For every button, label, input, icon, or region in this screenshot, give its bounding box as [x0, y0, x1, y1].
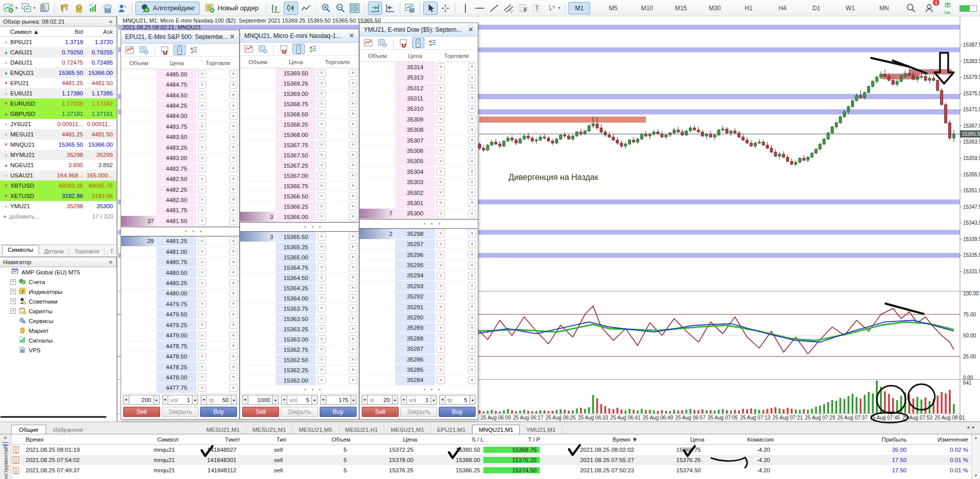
buy-chevron-button[interactable]: ˄ [229, 81, 238, 89]
timeframe-h4[interactable]: H4 [772, 2, 793, 14]
tab-детали[interactable]: Детали [39, 247, 69, 255]
market-watch-row[interactable]: ▼EURUSD1.173391.17342 [0, 98, 116, 109]
ladder-price[interactable]: 35306 [395, 146, 435, 156]
buy-chevron-button[interactable]: ˄ [229, 384, 238, 392]
buy-chevron-button[interactable]: ˄ [468, 241, 476, 248]
buy-chevron-button[interactable]: ˄ [229, 91, 238, 99]
buy-chevron-button[interactable]: ˄ [349, 274, 357, 282]
table-column-header[interactable]: Прибыль [861, 436, 910, 443]
buy-chevron-button[interactable]: ˄ [349, 335, 357, 343]
ladder-price[interactable]: 15364.25 [276, 283, 316, 293]
sell-chevron-button[interactable]: ˅ [437, 115, 445, 123]
community-button[interactable] [115, 2, 129, 15]
notifications-button[interactable]: 1 [923, 2, 936, 15]
ladder-price[interactable]: 15367.50 [276, 150, 316, 161]
buy-button[interactable]: Buy [320, 407, 357, 417]
sell-chevron-button[interactable]: ˅ [437, 241, 445, 248]
buy-chevron-button[interactable]: ˄ [229, 280, 238, 287]
expand-icon[interactable]: + [10, 308, 16, 314]
sell-chevron-button[interactable]: ˅ [437, 126, 445, 134]
buy-chevron-button[interactable]: ˄ [468, 210, 476, 217]
spinner-value-box[interactable]: sl20 [368, 395, 392, 405]
dom-window-titlebar[interactable]: YMU21, E-mini Dow ($5): Septem...✕ [360, 23, 478, 36]
market-watch-row[interactable]: ●USAU21164.968...165.000... [0, 170, 116, 181]
sell-chevron-button[interactable]: ˅ [437, 262, 445, 269]
buy-chevron-button[interactable]: ˄ [468, 147, 476, 154]
spinner-up-icon[interactable]: ▲ [430, 395, 437, 405]
tile-windows-button[interactable] [348, 2, 361, 15]
sell-chevron-button[interactable]: ˅ [318, 213, 326, 221]
buy-chevron-button[interactable]: ˄ [349, 366, 357, 374]
history-center-button[interactable]: 5 [58, 2, 71, 15]
table-column-header[interactable]: S / L [420, 436, 487, 443]
sell-chevron-button[interactable]: ˅ [318, 294, 326, 302]
table-column-header[interactable]: Объем [289, 436, 354, 443]
ladder-price[interactable]: 4481.75 [156, 206, 197, 216]
buy-chevron-button[interactable]: ˄ [349, 315, 357, 323]
ladder-price[interactable]: 35309 [395, 114, 435, 125]
chart-tab[interactable]: MESU21,M1 [384, 425, 430, 434]
buy-chevron-button[interactable]: ˄ [349, 162, 357, 169]
cursor-button[interactable] [423, 2, 438, 15]
new-order-button[interactable]: Новый ордер [201, 2, 263, 15]
buy-chevron-button[interactable]: ˄ [229, 353, 238, 361]
dom-oneclick-button[interactable] [307, 44, 319, 54]
spinner-value-box[interactable]: 175 [326, 395, 350, 405]
table-column-header[interactable]: Тип [243, 436, 289, 443]
ladder-price[interactable]: 4478.00 [156, 372, 197, 383]
buy-chevron-button[interactable]: ˄ [229, 207, 238, 214]
chart-tab[interactable]: MESU21,M1 [246, 425, 292, 434]
ladder-price[interactable]: 4480.75 [156, 257, 197, 267]
sell-chevron-button[interactable]: ˅ [198, 353, 206, 361]
ladder-price[interactable]: 15366.00 [276, 212, 316, 222]
sell-chevron-button[interactable]: ˅ [198, 165, 206, 172]
buy-chevron-button[interactable]: ˄ [468, 105, 476, 113]
spinner-value-box[interactable]: 1000 [248, 395, 272, 405]
ladder-price[interactable]: 35303 [395, 177, 435, 187]
spinner-control[interactable]: ▼tp50▲ [201, 395, 237, 405]
buy-chevron-button[interactable]: ˄ [349, 79, 357, 87]
sell-chevron-button[interactable]: ˅ [437, 366, 445, 374]
dom-window-titlebar[interactable]: MNQU21, Micro E-mini Nasdaq-1...✕ [240, 29, 359, 43]
sell-chevron-button[interactable]: ˅ [437, 376, 445, 384]
market-watch-row[interactable]: ▲ENQU2115365.5015366.00 [0, 68, 116, 78]
fibo-button[interactable]: F [516, 2, 530, 15]
sell-chevron-button[interactable]: ˅ [318, 172, 326, 179]
buy-chevron-button[interactable]: ˄ [468, 84, 476, 92]
sell-button[interactable]: Sell [362, 407, 399, 417]
tab-scroll-arrows[interactable]: ◂▸ [967, 424, 978, 430]
sell-chevron-button[interactable]: ˅ [318, 162, 326, 169]
sell-chevron-button[interactable]: ˅ [198, 196, 206, 204]
buy-chevron-button[interactable]: ˄ [468, 272, 476, 280]
navigator-item[interactable]: VPS [0, 345, 116, 355]
sell-chevron-button[interactable]: ˅ [198, 332, 206, 340]
market-watch-row[interactable]: ●MYMU213529835299 [0, 150, 116, 160]
dom-ladder-button[interactable] [173, 45, 186, 55]
table-column-header[interactable]: Цена [354, 436, 420, 443]
spinner-value-box[interactable]: vol1 [168, 395, 192, 405]
timeframe-m30[interactable]: M30 [704, 2, 726, 14]
ladder-price[interactable]: 35305 [395, 156, 435, 167]
ladder-price[interactable]: 35300 [395, 209, 435, 219]
table-column-header[interactable]: Цена [641, 436, 708, 443]
market-watch-row[interactable]: ▲NGEU213.8903.892 [0, 160, 116, 170]
ladder-price[interactable]: 4482.25 [156, 185, 197, 195]
spinner-control[interactable]: ▼vol5▲ [281, 395, 318, 405]
ladder-price[interactable]: 35287 [395, 344, 435, 354]
sell-chevron-button[interactable]: ˅ [437, 147, 445, 154]
ladder-price[interactable]: 4482.50 [156, 174, 197, 184]
ladder-price[interactable]: 15369.25 [276, 78, 316, 89]
ladder-price[interactable]: 4484.25 [156, 101, 197, 111]
ladder-price[interactable]: 4479.25 [156, 320, 197, 330]
buy-chevron-button[interactable]: ˄ [468, 74, 476, 82]
buy-chevron-button[interactable]: ˄ [349, 203, 357, 210]
spinner-down-icon[interactable]: ▼ [123, 395, 129, 405]
navigator-item[interactable]: Сервисы [0, 316, 116, 326]
ladder-price[interactable]: 35304 [395, 167, 435, 177]
ladder-price[interactable]: 35294 [395, 271, 435, 281]
dom-oneclick-button[interactable] [426, 37, 439, 48]
sell-chevron-button[interactable]: ˅ [437, 199, 445, 207]
sell-chevron-button[interactable]: ˅ [318, 315, 326, 323]
ladder-price[interactable]: 35314 [395, 62, 435, 72]
spinner-down-icon[interactable]: ▼ [401, 395, 407, 405]
